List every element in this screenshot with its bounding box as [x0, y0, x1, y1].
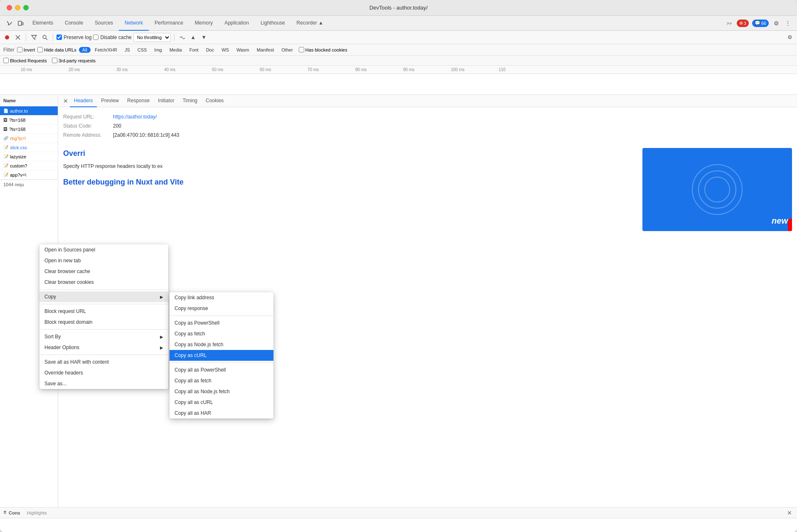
settings-icon[interactable]: ⚙ — [770, 17, 782, 29]
error-count: ⊗ 3 — [737, 20, 749, 27]
detail-tab-cookies[interactable]: Cookies — [202, 95, 228, 107]
titlebar: DevTools - author.today/ — [0, 0, 797, 16]
ctx-block-url[interactable]: Block request URL — [39, 306, 168, 317]
submenu-copy-all-nodejs-fetch[interactable]: Copy all as Node.js fetch — [170, 386, 273, 397]
close-button[interactable] — [7, 5, 12, 10]
request-item-author[interactable]: 📄 author.to — [0, 106, 58, 116]
console-panel: ⠿ Cons Highlights ✕ — [0, 507, 797, 532]
inspect-icon[interactable] — [3, 17, 15, 29]
ctx-clear-cache[interactable]: Clear browser cache — [39, 266, 168, 277]
play-button[interactable]: ▶ — [788, 219, 792, 231]
filter-tag-wasm[interactable]: Wasm — [233, 47, 253, 53]
tab-elements[interactable]: Elements — [27, 16, 59, 31]
has-blocked-cookies-checkbox[interactable]: Has blocked cookies — [299, 47, 347, 52]
ctx-copy[interactable]: Copy ▶ — [39, 291, 168, 302]
submenu-copy-all-har[interactable]: Copy all as HAR — [170, 408, 273, 419]
traffic-lights[interactable] — [7, 5, 29, 10]
ctx-block-domain[interactable]: Block request domain — [39, 317, 168, 328]
filter-tag-fetchxhr[interactable]: Fetch/XHR — [91, 47, 121, 53]
request-item-app[interactable]: 📝 app?v=\ — [0, 170, 58, 180]
search-icon[interactable] — [40, 33, 49, 42]
network-settings-icon[interactable]: ⚙ — [785, 33, 795, 42]
ctx-open-sources[interactable]: Open in Sources panel — [39, 244, 168, 255]
submenu-copy-curl[interactable]: Copy as cURL — [170, 350, 273, 361]
detail-close-button[interactable]: ✕ — [61, 97, 70, 105]
filter-tag-media[interactable]: Media — [166, 47, 185, 53]
video-thumbnail[interactable]: ▶ new — [642, 148, 792, 231]
submenu-copy-nodejs-fetch[interactable]: Copy as Node.js fetch — [170, 339, 273, 350]
filter-tag-ws[interactable]: WS — [218, 47, 232, 53]
tab-sources[interactable]: Sources — [89, 16, 119, 31]
detail-tab-preview[interactable]: Preview — [97, 95, 123, 107]
request-item-lazysize[interactable]: 📝 lazysize — [0, 152, 58, 161]
network-conditions-icon[interactable] — [178, 33, 187, 42]
minimize-button[interactable] — [15, 5, 20, 10]
more-tabs-icon[interactable]: >> — [723, 17, 735, 29]
request-item-rtrg[interactable]: 🔗 rtrg?p=\ — [0, 134, 58, 143]
ctx-open-new-tab[interactable]: Open in new tab — [39, 255, 168, 266]
tab-network[interactable]: Network — [119, 16, 149, 31]
submenu-copy-link[interactable]: Copy link address — [170, 292, 273, 303]
detail-tab-response[interactable]: Response — [123, 95, 154, 107]
filter-tag-other[interactable]: Other — [278, 47, 296, 53]
ctx-override-headers[interactable]: Override headers — [39, 367, 168, 378]
device-icon[interactable] — [15, 17, 27, 29]
filter-tag-img[interactable]: Img — [151, 47, 165, 53]
more-options-icon[interactable]: ⋮ — [782, 17, 794, 29]
maximize-button[interactable] — [23, 5, 29, 10]
third-party-checkbox[interactable]: 3rd-party requests — [52, 58, 96, 63]
ctx-clear-cookies[interactable]: Clear browser cookies — [39, 277, 168, 288]
ctx-separator-2 — [39, 304, 168, 304]
article-text-1: Specify HTTP response headers locally to… — [63, 163, 634, 170]
filter-icon[interactable] — [30, 33, 39, 42]
filter-tag-css[interactable]: CSS — [134, 47, 150, 53]
request-item-slick[interactable]: 📝 slick.css — [0, 143, 58, 152]
tick-50ms: 50 ms — [212, 67, 223, 72]
tab-memory[interactable]: Memory — [189, 16, 219, 31]
request-item-custom[interactable]: 📝 custom? — [0, 161, 58, 170]
submenu-copy-fetch[interactable]: Copy as fetch — [170, 328, 273, 339]
article-heading-1[interactable]: Overri — [63, 148, 634, 159]
ctx-header-options[interactable]: Header Options ▶ — [39, 342, 168, 353]
submenu-copy-all-fetch[interactable]: Copy all as fetch — [170, 375, 273, 386]
ctx-save-har[interactable]: Save all as HAR with content — [39, 357, 168, 367]
tab-recorder[interactable]: Recorder ▲ — [291, 16, 330, 31]
invert-checkbox[interactable]: Invert — [17, 47, 35, 52]
console-close-icon[interactable]: ✕ — [785, 509, 794, 517]
import-icon[interactable]: ▲ — [189, 33, 198, 42]
detail-status-row: Status Code: 200 — [63, 121, 792, 131]
submenu-copy-response[interactable]: Copy response — [170, 303, 273, 314]
filter-tag-all[interactable]: All — [79, 47, 91, 53]
export-icon[interactable]: ▼ — [199, 33, 209, 42]
tab-application[interactable]: Application — [219, 16, 255, 31]
submenu-copy-powershell[interactable]: Copy as PowerShell — [170, 318, 273, 328]
clear-button[interactable] — [13, 33, 22, 42]
submenu-copy-all-powershell[interactable]: Copy all as PowerShell — [170, 365, 273, 375]
tab-console[interactable]: Console — [59, 16, 89, 31]
article-heading-2[interactable]: Better debugging in Nuxt and Vite — [63, 177, 634, 188]
throttle-select[interactable]: No throttling — [133, 33, 171, 42]
filter-tag-font[interactable]: Font — [186, 47, 202, 53]
filter-tag-manifest[interactable]: Manifest — [253, 47, 278, 53]
record-button[interactable] — [2, 33, 12, 42]
filter-tag-js[interactable]: JS — [121, 47, 133, 53]
ctx-sort-by[interactable]: Sort By ▶ — [39, 331, 168, 342]
hide-data-urls-checkbox[interactable]: Hide data URLs — [37, 47, 76, 52]
request-item-ts2[interactable]: 🖼 ?ts=168 — [0, 125, 58, 134]
detail-remote-value: [2a06:4700:10::6816:1c9]:443 — [113, 131, 179, 139]
preserve-log-checkbox[interactable]: Preserve log — [57, 34, 91, 40]
request-item-ts1[interactable]: 🖼 ?ts=168 — [0, 116, 58, 125]
filter-tag-doc[interactable]: Doc — [203, 47, 218, 53]
submenu-copy-all-curl[interactable]: Copy all as cURL — [170, 397, 273, 408]
message-count: 💬 66 — [752, 20, 769, 27]
disable-cache-checkbox[interactable]: Disable cache — [93, 34, 131, 40]
blocked-requests-checkbox[interactable]: Blocked Requests — [3, 58, 47, 63]
detail-tab-headers[interactable]: Headers — [70, 95, 97, 107]
tab-performance[interactable]: Performance — [149, 16, 189, 31]
tick-10ms: 10 ms — [21, 67, 32, 72]
detail-tab-initiator[interactable]: Initiator — [154, 95, 178, 107]
tick-70ms: 70 ms — [307, 67, 319, 72]
ctx-save-as[interactable]: Save as... — [39, 378, 168, 389]
detail-tab-timing[interactable]: Timing — [178, 95, 202, 107]
tab-lighthouse[interactable]: Lighthouse — [255, 16, 291, 31]
